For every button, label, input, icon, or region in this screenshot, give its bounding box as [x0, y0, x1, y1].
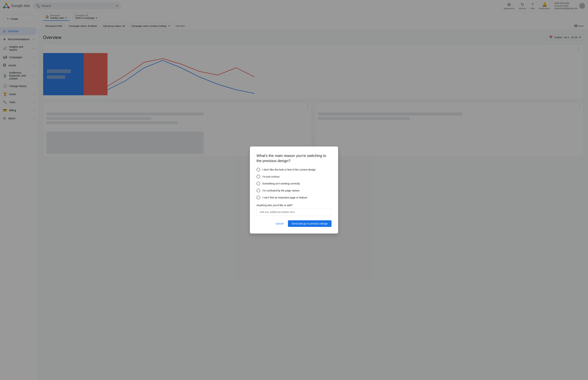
radio-item-opt5[interactable]: I can't find an important page or featur…	[257, 196, 331, 199]
additional-details-input[interactable]	[257, 208, 331, 216]
radio-item-opt4[interactable]: I'm confused by the page names	[257, 189, 331, 192]
radio-label-opt2: I'm just curious	[263, 175, 280, 178]
additional-details-label: Anything else you'd like to add?	[257, 204, 331, 207]
radio-label-opt5: I can't find an important page or featur…	[263, 196, 307, 199]
radio-label-opt3: Something isn't working correctly	[263, 182, 300, 185]
reason-radio-group: I don't like the look or feel of the cur…	[257, 168, 331, 199]
radio-item-opt1[interactable]: I don't like the look or feel of the cur…	[257, 168, 331, 171]
radio-label-opt4: I'm confused by the page names	[263, 189, 300, 192]
radio-circle-opt2	[257, 175, 260, 178]
cancel-button[interactable]: Cancel	[272, 220, 286, 227]
radio-item-opt3[interactable]: Something isn't working correctly	[257, 182, 331, 185]
radio-circle-opt5	[257, 196, 260, 199]
radio-circle-opt1	[257, 168, 260, 171]
radio-circle-opt4	[257, 189, 260, 192]
radio-label-opt1: I don't like the look or feel of the cur…	[263, 168, 316, 171]
modal-overlay[interactable]: What's the main reason you're switching …	[0, 0, 588, 380]
send-button[interactable]: Send and go to previous design	[288, 220, 331, 227]
radio-item-opt2[interactable]: I'm just curious	[257, 175, 331, 178]
modal-title: What's the main reason you're switching …	[257, 153, 331, 163]
modal-dialog: What's the main reason you're switching …	[250, 147, 338, 233]
radio-circle-opt3	[257, 182, 260, 185]
modal-actions: Cancel Send and go to previous design	[257, 220, 331, 227]
